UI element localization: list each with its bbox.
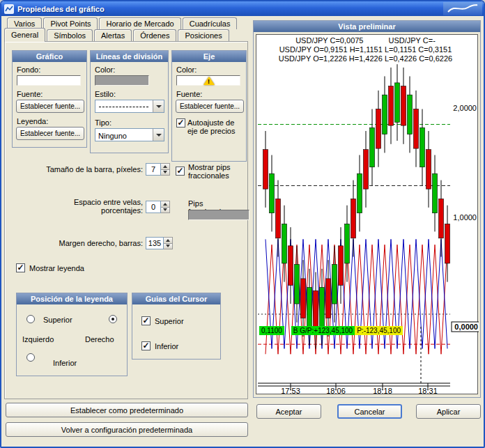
- spin-down-button[interactable]: [161, 170, 169, 176]
- check-icon: ✓: [177, 118, 184, 128]
- show-fractional-pips-label: Mostrar pips fraccionales: [188, 163, 248, 180]
- group-grafico: Gráfico Fondo: Fuente: Establecer fuente…: [12, 50, 87, 148]
- arrow-down-icon: [163, 208, 167, 211]
- svg-text:17:53: 17:53: [281, 387, 300, 395]
- group-eje: Eje Color: ! Fuente: Establecer fuente..…: [171, 50, 247, 162]
- fondo-label: Fondo:: [17, 65, 40, 74]
- legend-bottom-left-radio[interactable]: [26, 353, 35, 362]
- cursor-guide-bottom-checkbox[interactable]: ✓: [141, 341, 151, 350]
- legend-inferior-label: Inferior: [53, 359, 77, 367]
- autofit-axis-checkbox[interactable]: ✓: [176, 118, 185, 128]
- bar-size-label: Tamaño de la barra, píxeles:: [10, 165, 143, 173]
- cursor-guide-bottom-label: Inferior: [155, 342, 178, 350]
- lineas-color-label: Color:: [95, 65, 115, 74]
- eje-fuente-label: Fuente:: [176, 90, 202, 98]
- tab-horario-de-mercado[interactable]: Horario de Mercado: [99, 17, 180, 29]
- bar-size-input[interactable]: 7: [146, 163, 161, 176]
- chevron-down-icon: [156, 134, 162, 137]
- show-fractional-pips-checkbox[interactable]: ✓: [176, 167, 185, 176]
- group-legend-position-title: Posición de la leyenda: [17, 293, 127, 304]
- right-margin-input[interactable]: 135: [146, 237, 164, 249]
- arrow-up-icon: [163, 203, 167, 206]
- cursor-guide-top-checkbox[interactable]: ✓: [141, 316, 151, 325]
- legend-izquierdo-label: Izquierdo: [22, 335, 54, 343]
- set-axis-font-button[interactable]: Establecer fuente...: [176, 100, 244, 113]
- app-icon: [4, 4, 14, 14]
- axis-color-swatch[interactable]: !: [176, 75, 240, 86]
- spin-down-button[interactable]: [164, 244, 172, 249]
- tab-general[interactable]: General: [4, 28, 45, 42]
- preview-panel: 17:5318:0618:1818:312,00001,00000,0000 U…: [256, 34, 478, 394]
- line-type-dropdown-button[interactable]: [153, 129, 164, 141]
- candle-spacing-label: Espacio entre velas, porcentajes:: [38, 198, 143, 215]
- gridline-color-swatch[interactable]: [95, 75, 149, 86]
- group-legend-position: Posición de la leyenda Superior Izquierd…: [16, 293, 128, 376]
- set-as-default-button[interactable]: Establecer como predeterminado: [6, 403, 248, 417]
- svg-text:18:06: 18:06: [326, 387, 346, 395]
- group-preview: Vista preliminar 17:5318:0618:1818:312,0…: [253, 20, 481, 398]
- set-font-button[interactable]: Establecer fuente...: [16, 100, 84, 113]
- group-lineas-title: Líneas de división: [91, 51, 168, 62]
- warning-icon: !: [203, 76, 215, 86]
- preview-info-line2: USD/JPY O=0,9151 H=1,1151 L=0,1151 C=0,3…: [256, 45, 475, 54]
- line-type-combobox[interactable]: Ninguno: [95, 128, 164, 141]
- legend-top-right-radio[interactable]: [109, 315, 117, 323]
- chart-properties-dialog: Propiedades del gráfico Varios Pivot Poi…: [0, 0, 485, 448]
- gain-badge: B G/P:+123,45,100: [291, 326, 355, 335]
- svg-text:2,0000: 2,0000: [453, 104, 477, 112]
- spin-up-button[interactable]: [164, 238, 172, 244]
- chevron-down-icon: [156, 105, 162, 108]
- tab-cuadriculas[interactable]: Cuadrículas: [183, 17, 238, 29]
- preview-badges: 0,1100 B G/P:+123,45,100 P:-123,45,100: [259, 326, 403, 335]
- group-cursor-guides: Guias del Cursor ✓ Superior ✓ Inferior: [132, 293, 221, 360]
- tipo-label: Tipo:: [95, 118, 111, 127]
- tab-ordenes[interactable]: Órdenes: [133, 29, 176, 41]
- set-legend-font-button[interactable]: Establecer fuente...: [16, 127, 84, 140]
- brand-logo-icon: [443, 2, 482, 15]
- legend-superior-label: Superior: [43, 316, 72, 324]
- apply-button[interactable]: Aplicar: [416, 404, 481, 419]
- ok-button[interactable]: Aceptar: [256, 404, 321, 419]
- tab-pivot-points[interactable]: Pivot Points: [43, 17, 98, 29]
- tab-row-bottom: General Símbolos Alertas Órdenes Posicio…: [4, 29, 231, 42]
- preview-info: USD/JPY C=0,0075USD/JPY C=- USD/JPY O=0,…: [256, 36, 475, 63]
- titlebar[interactable]: Propiedades del gráfico: [1, 1, 484, 16]
- window-title: Propiedades del gráfico: [17, 5, 443, 13]
- line-style-combobox[interactable]: [95, 100, 164, 113]
- tab-posiciones[interactable]: Posiciones: [178, 29, 229, 41]
- candle-spacing-input[interactable]: 0: [146, 201, 161, 213]
- cursor-guide-top-label: Superior: [155, 317, 184, 325]
- bar-size-spinner: 7: [146, 163, 170, 176]
- arrow-down-icon: [166, 245, 170, 247]
- loss-badge: P:-123,45,100: [355, 326, 403, 335]
- fractional-pips-color-swatch[interactable]: [188, 210, 249, 220]
- show-legend-label: Mostrar leyenda: [29, 264, 84, 272]
- right-margin-spinner: 135: [146, 237, 173, 249]
- fuente-label: Fuente:: [17, 90, 43, 98]
- spin-up-button[interactable]: [161, 201, 169, 208]
- svg-text:0,0000: 0,0000: [454, 323, 478, 331]
- spin-up-button[interactable]: [161, 164, 169, 170]
- tab-alertas[interactable]: Alertas: [94, 29, 132, 41]
- line-type-value: Ninguno: [95, 132, 127, 140]
- tab-page-general: Gráfico Fondo: Fuente: Establecer fuente…: [4, 41, 248, 399]
- background-color-swatch[interactable]: [17, 75, 81, 86]
- right-margin-label: Margen derecho, barras:: [10, 239, 143, 247]
- legend-top-left-radio[interactable]: [26, 315, 35, 323]
- tab-simbolos[interactable]: Símbolos: [47, 29, 93, 41]
- show-legend-checkbox[interactable]: ✓: [16, 263, 25, 272]
- preview-info-line3: USD/JPY O=1,2226 H=1,4226 L=0,4226 C=0,6…: [256, 54, 475, 63]
- svg-text:18:31: 18:31: [418, 387, 438, 395]
- candle-spacing-spinner: 0: [146, 201, 170, 213]
- restore-default-button[interactable]: Volver a configuración predeterminada: [6, 422, 248, 437]
- svg-text:1,0000: 1,0000: [453, 213, 477, 222]
- estilo-label: Estilo:: [95, 90, 116, 98]
- arrow-up-icon: [163, 165, 167, 168]
- cancel-button[interactable]: Cancelar: [337, 404, 402, 419]
- check-icon: ✓: [176, 166, 183, 176]
- spin-down-button[interactable]: [161, 208, 169, 213]
- arrow-up-icon: [166, 239, 170, 242]
- leyenda-label: Leyenda:: [17, 117, 48, 125]
- group-grafico-title: Gráfico: [13, 51, 86, 62]
- line-style-dropdown-button[interactable]: [153, 100, 164, 112]
